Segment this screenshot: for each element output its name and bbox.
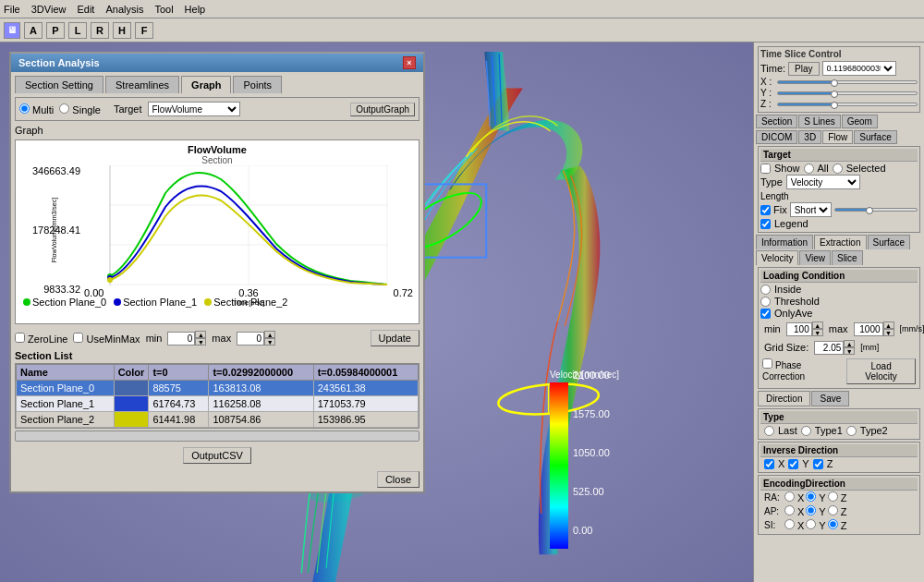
output-graph-btn[interactable]: OutputGraph	[350, 103, 415, 116]
radio-type1[interactable]	[801, 426, 811, 436]
grid-up[interactable]: ▲	[844, 340, 855, 347]
y-axis: 346663.49 178248.41 9833.32 FlowVolume[m…	[19, 165, 82, 295]
menu-file[interactable]: File	[4, 4, 20, 15]
tab-extraction[interactable]: Extraction	[814, 235, 866, 249]
short-select[interactable]: Short	[790, 202, 832, 217]
ra-z-radio[interactable]	[828, 491, 838, 502]
time-select[interactable]: 0.1196800003t	[822, 61, 896, 76]
col-color: Color	[114, 365, 149, 381]
inv-z-checkbox[interactable]	[813, 459, 823, 469]
close-btn[interactable]: Close	[377, 471, 419, 488]
tab-3d[interactable]: 3D	[798, 130, 821, 144]
viewport[interactable]: Velocity[mm/sec] 2100.00 1575.00 1050.00…	[0, 42, 753, 582]
tab-surface-info[interactable]: Surface	[868, 235, 910, 249]
colorbar-val-4: 0.00	[573, 525, 610, 536]
y-slider[interactable]	[777, 91, 918, 95]
table-row[interactable]: Section Plane_0 88575 163813.08 243561.3…	[17, 381, 419, 396]
menu-tool[interactable]: Tool	[154, 4, 173, 15]
phase-correction-checkbox[interactable]	[762, 358, 772, 369]
tab-slice[interactable]: Slice	[832, 250, 863, 265]
radio-selected[interactable]	[833, 164, 843, 174]
tab-geom[interactable]: Geom	[842, 115, 878, 128]
min-up-btn[interactable]: ▲	[195, 331, 206, 338]
min-down-btn[interactable]: ▼	[195, 338, 206, 346]
toolbar-btn-p[interactable]: P	[46, 22, 65, 39]
play-btn[interactable]: Play	[788, 62, 819, 76]
ra-x-radio[interactable]	[784, 491, 795, 502]
dir-tab-save[interactable]: Save	[811, 391, 849, 406]
tab-surface[interactable]: Surface	[854, 130, 896, 144]
toolbar-btn-h[interactable]: H	[113, 22, 131, 39]
radio-multi[interactable]	[19, 103, 30, 114]
tab-slines[interactable]: S Lines	[798, 115, 840, 128]
grid-size-input[interactable]	[814, 341, 844, 355]
dir-tab-direction[interactable]: Direction	[758, 391, 810, 406]
toolbar-btn-f[interactable]: F	[135, 22, 153, 39]
ra-y-radio[interactable]	[806, 491, 816, 502]
radio-last[interactable]	[764, 426, 774, 436]
si-y-radio[interactable]	[806, 519, 816, 529]
radio-single[interactable]	[59, 103, 69, 114]
inv-y-checkbox[interactable]	[788, 459, 798, 469]
useminmax-checkbox[interactable]	[73, 333, 83, 343]
menu-analysis[interactable]: Analysis	[105, 4, 143, 15]
tab-points[interactable]: Points	[233, 76, 282, 93]
colorbar: Velocity[mm/sec] 2100.00 1575.00 1050.00…	[550, 370, 568, 554]
si-z-radio[interactable]	[828, 519, 838, 529]
inv-x-checkbox[interactable]	[764, 459, 774, 469]
length-slider[interactable]	[834, 208, 918, 212]
tab-graph[interactable]: Graph	[181, 76, 231, 93]
grid-down[interactable]: ▼	[844, 347, 855, 355]
dialog-close-btn[interactable]: ×	[403, 56, 416, 69]
legend-checkbox[interactable]	[760, 219, 771, 229]
toolbar-btn-a[interactable]: A	[24, 22, 43, 39]
z-slider[interactable]	[777, 103, 918, 106]
tab-dicom[interactable]: DICOM	[756, 130, 797, 144]
ap-y-radio[interactable]	[806, 505, 816, 515]
menu-help[interactable]: Help	[185, 4, 206, 15]
lc-min-up[interactable]: ▲	[812, 321, 823, 329]
toolbar-btn-l[interactable]: L	[68, 22, 87, 39]
lc-max-input[interactable]	[854, 322, 883, 336]
col-t2: t=0.05984000001	[313, 365, 418, 381]
update-btn[interactable]: Update	[371, 330, 419, 346]
toolbar-btn-r[interactable]: R	[91, 22, 109, 39]
ap-x-radio[interactable]	[784, 505, 795, 515]
fix-checkbox[interactable]	[760, 205, 771, 215]
menu-3dview[interactable]: 3DView	[31, 4, 67, 15]
min-input[interactable]	[167, 332, 195, 346]
lc-min-down[interactable]: ▼	[812, 329, 823, 336]
toolbar-icon-monitor[interactable]: 🖥	[4, 22, 20, 39]
radio-all[interactable]	[804, 164, 814, 174]
section-list-scrollbar[interactable]	[15, 430, 419, 442]
tab-information[interactable]: Information	[756, 235, 813, 249]
tab-view[interactable]: View	[799, 250, 831, 265]
max-down-btn[interactable]: ▼	[264, 338, 275, 346]
lc-min-input[interactable]	[786, 322, 812, 336]
tab-section-setting[interactable]: Section Setting	[15, 76, 103, 93]
table-row[interactable]: Section Plane_2 61441.98 108754.86 15398…	[17, 412, 419, 428]
show-checkbox[interactable]	[760, 164, 771, 174]
lc-max-up[interactable]: ▲	[883, 321, 894, 329]
target-select[interactable]: FlowVolume	[148, 102, 240, 116]
ap-z-radio[interactable]	[828, 505, 838, 515]
tab-streamlines[interactable]: Streamlines	[105, 76, 179, 93]
output-csv-btn[interactable]: OutputCSV	[183, 447, 251, 464]
radio-threshold[interactable]	[760, 297, 771, 307]
tab-section[interactable]: Section	[756, 115, 797, 128]
onlyave-checkbox[interactable]	[760, 309, 771, 319]
table-row[interactable]: Section Plane_1 61764.73 116258.08 17105…	[17, 396, 419, 412]
radio-type2[interactable]	[846, 426, 857, 436]
menu-edit[interactable]: Edit	[77, 4, 94, 15]
load-velocity-btn[interactable]: Load Velocity	[846, 358, 916, 384]
si-x-radio[interactable]	[784, 519, 795, 529]
max-input[interactable]	[237, 332, 264, 346]
tab-flow[interactable]: Flow	[822, 130, 853, 144]
x-slider[interactable]	[777, 80, 918, 84]
radio-inside[interactable]	[760, 285, 771, 295]
zeroline-checkbox[interactable]	[15, 333, 25, 343]
max-up-btn[interactable]: ▲	[264, 331, 275, 338]
tab-velocity[interactable]: Velocity	[756, 250, 798, 265]
lc-max-down[interactable]: ▼	[883, 329, 894, 336]
type-select[interactable]: Velocity	[786, 175, 860, 189]
